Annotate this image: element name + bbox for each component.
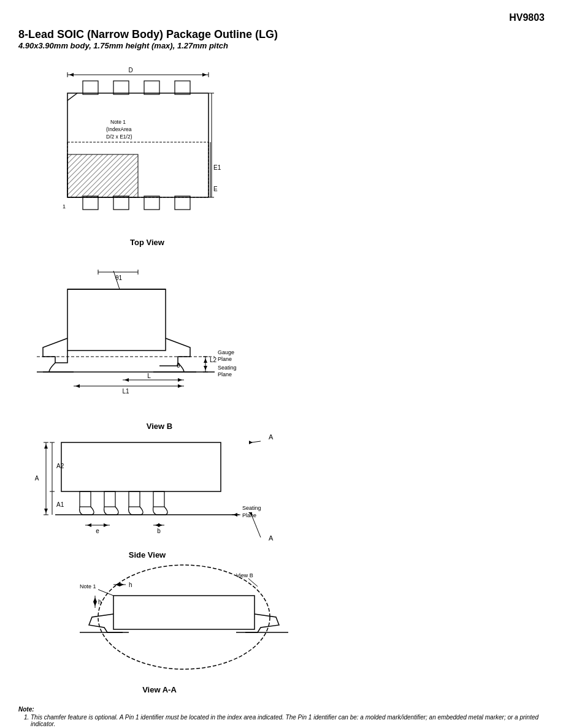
svg-rect-6 [144,81,159,94]
svg-marker-38 [204,366,207,370]
svg-marker-56 [44,444,48,449]
svg-line-86 [248,578,258,586]
svg-line-71 [251,441,261,442]
svg-marker-45 [75,384,80,388]
svg-rect-51 [153,491,164,507]
seating-plane-side-label: Seating [242,505,261,511]
svg-marker-67 [158,523,163,527]
svg-text:Plane: Plane [218,356,232,362]
notes-header: Note: [18,706,545,713]
title-section: 8-Lead SOIC (Narrow Body) Package Outlin… [18,28,545,50]
svg-marker-18 [69,73,74,77]
e-dim-label: e [96,528,99,534]
view-b-diagram: θ1 L2 Gauge Plane Seating Plane [18,240,301,424]
side-view-title: Side View [18,550,276,559]
svg-point-75 [98,565,270,669]
svg-text:Plane: Plane [218,371,232,377]
svg-rect-47 [61,442,221,491]
a-label: A [35,475,39,482]
b-label-side: b [157,528,161,534]
top-view-svg: 1 Note 1 (IndexArea D/2 x E1/2) D E1 E [18,56,276,234]
h-side-label: h [98,599,102,605]
svg-marker-19 [202,73,207,77]
svg-rect-8 [83,196,98,210]
svg-rect-50 [129,491,140,507]
a-section-top: A [269,433,274,441]
d-label: D [128,67,132,74]
theta-label: θ [177,362,180,369]
svg-marker-43 [178,378,182,382]
svg-marker-84 [93,602,97,606]
e1-label: E1 [213,164,221,171]
svg-rect-4 [83,81,98,94]
svg-rect-76 [113,596,255,629]
a2-label: A2 [56,463,64,469]
svg-marker-37 [204,358,207,363]
seating-plane-viewb-label: Seating [218,365,237,371]
h-top-label: h [129,582,132,588]
sub-title: 4.90x3.90mm body, 1.75mm height (max), 1… [18,41,545,50]
top-view-diagram: 1 Note 1 (IndexArea D/2 x E1/2) D E1 E [18,56,276,240]
note1-aa-label: Note 1 [80,583,96,590]
svg-rect-48 [80,491,91,507]
e-label: E [213,186,218,192]
svg-rect-49 [104,491,115,507]
svg-marker-72 [249,441,253,444]
view-aa-title: View A-A [18,685,301,694]
page-header: HV9803 [18,12,545,23]
svg-marker-64 [104,523,108,527]
l2-label: L2 [210,357,217,363]
view-aa-svg: h h Note 1 View B [18,559,301,681]
note-item-1: This chamfer feature is optional. A Pin … [31,714,545,727]
svg-text:D/2 x E1/2): D/2 x E1/2) [106,134,132,140]
svg-line-85 [98,590,113,596]
l1-label: L1 [122,388,129,395]
svg-marker-42 [124,378,129,382]
view-b-ref-label: View B [236,572,253,578]
svg-marker-57 [44,509,48,513]
side-view-diagram: A A2 A1 e b Seating Plane [18,424,276,559]
svg-marker-63 [87,523,91,527]
svg-rect-10 [144,196,159,210]
l-label: L [147,373,151,379]
side-view-svg: A A2 A1 e b Seating Plane [18,424,276,547]
svg-marker-46 [178,384,182,388]
notes-list: This chamfer feature is optional. A Pin … [31,714,545,727]
svg-rect-5 [113,81,129,94]
view-b-svg: θ1 L2 Gauge Plane Seating Plane [18,240,301,418]
svg-marker-81 [120,583,124,586]
part-number: HV9803 [509,12,545,23]
svg-rect-9 [113,196,129,210]
a1-label: A1 [56,501,64,508]
svg-rect-24 [67,289,166,351]
svg-marker-70 [233,513,237,517]
main-title: 8-Lead SOIC (Narrow Body) Package Outlin… [18,28,545,41]
diagrams-container: 1 Note 1 (IndexArea D/2 x E1/2) D E1 E [18,56,545,694]
pin1-label: 1 [63,203,66,210]
svg-rect-11 [175,196,190,210]
svg-line-12 [67,93,77,100]
note1-label: Note 1 [110,119,126,125]
a-section-bot: A [269,534,274,542]
theta1-label: θ1 [115,275,123,281]
view-aa-diagram: h h Note 1 View B View A-A [18,559,301,694]
gauge-plane-label: Gauge [218,349,234,355]
svg-text:(IndexArea: (IndexArea [106,126,132,132]
notes-section: Note: This chamfer feature is optional. … [18,706,545,727]
svg-rect-7 [175,81,190,94]
svg-rect-1 [67,154,138,197]
svg-marker-83 [93,597,97,602]
